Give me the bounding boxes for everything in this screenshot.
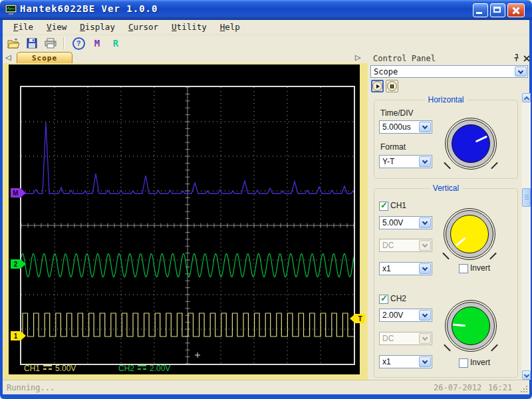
horizontal-group-title: Horizontal: [424, 95, 467, 104]
status-date: 26-07-2012: [434, 383, 481, 392]
format-value: Y-T: [380, 157, 418, 166]
knob-face: [450, 215, 489, 253]
status-time: 16:21: [488, 383, 512, 392]
ch1-invert-checkbox[interactable]: [459, 264, 468, 273]
trigger-level-marker[interactable]: T: [355, 314, 365, 323]
math-fft-button[interactable]: M: [89, 36, 105, 51]
chevron-down-icon: [419, 356, 431, 367]
panel-scrollbar[interactable]: [522, 93, 531, 380]
panel-mode-select[interactable]: Scope: [370, 65, 528, 78]
menu-display[interactable]: Display: [73, 20, 122, 35]
open-folder-icon: [7, 39, 20, 49]
menu-file[interactable]: File: [7, 20, 40, 35]
control-panel: Control Panel Scope Horizontal Time/DIV …: [370, 52, 529, 380]
ch2-readout-value: 2.00V: [150, 364, 170, 373]
ch2-invert-label: Invert: [470, 358, 490, 367]
scroll-down-icon[interactable]: [522, 370, 531, 380]
pause-icon: [387, 81, 397, 91]
tab-scope[interactable]: Scope: [17, 52, 72, 64]
timediv-value: 5.000us: [380, 122, 418, 132]
menu-bar: File View Display Cursor Utility Help: [3, 20, 529, 35]
window-border-bottom: [0, 394, 532, 399]
menu-utility[interactable]: Utility: [165, 20, 213, 35]
math-icon: M: [94, 38, 100, 49]
scroll-up-icon[interactable]: [522, 93, 531, 102]
ch2-readout-label: CH2: [118, 364, 134, 373]
ch1-volts-select[interactable]: 5.00V: [379, 216, 432, 229]
ch1-coupling-value: DC: [380, 241, 418, 250]
timediv-label: Time/DIV: [380, 108, 414, 118]
ch2-checkbox[interactable]: [379, 295, 388, 304]
tab-strip: ◁ Scope ▷: [3, 52, 368, 63]
floppy-icon: [27, 38, 37, 49]
vertical-group-title: Vertical: [430, 184, 462, 193]
ch2-coupling-value: DC: [380, 334, 418, 343]
chevron-down-icon: [419, 263, 431, 274]
scope-display: M 2 1 T CH1 5.00V CH2 2.00V: [9, 65, 360, 374]
ch2-invert-checkbox[interactable]: [459, 358, 468, 368]
ch2-volts-knob[interactable]: [445, 300, 497, 352]
help-icon: ?: [72, 37, 85, 50]
pin-icon[interactable]: [512, 54, 521, 63]
menu-help[interactable]: Help: [213, 20, 247, 35]
ch1-readout-label: CH1: [24, 364, 40, 373]
status-text: Running...: [7, 383, 55, 392]
save-button[interactable]: [24, 36, 40, 51]
maximize-button[interactable]: [490, 3, 505, 17]
close-button[interactable]: [507, 3, 525, 17]
tab-scroll-right-icon[interactable]: ▷: [355, 53, 360, 63]
toolbar: ? M R: [3, 35, 529, 52]
ch1-readout-value: 5.00V: [55, 364, 76, 373]
ch1-probe-select[interactable]: x1: [379, 262, 432, 275]
dc-coupling-icon: [43, 365, 52, 372]
pause-button[interactable]: [386, 80, 398, 92]
knob-ring: [446, 210, 493, 258]
printer-icon: [45, 38, 57, 49]
minimize-button[interactable]: [473, 3, 488, 17]
ref-button[interactable]: R: [108, 36, 124, 51]
ch1-checkbox[interactable]: [379, 201, 388, 211]
chevron-down-icon: [419, 156, 431, 167]
menu-cursor[interactable]: Cursor: [122, 20, 165, 35]
tab-scroll-left-icon[interactable]: ◁: [5, 53, 11, 63]
ch2-probe-select[interactable]: x1: [379, 355, 432, 368]
graticule-frame: [20, 86, 355, 365]
help-button[interactable]: ?: [70, 36, 86, 51]
chevron-down-icon: [419, 240, 431, 251]
ch1-volts-knob[interactable]: [444, 208, 495, 260]
ch1-coupling-select: DC: [379, 239, 432, 252]
menu-view[interactable]: View: [40, 20, 73, 35]
window-title: Hantek6022BE Ver 1.0.0: [20, 3, 158, 14]
ch2-marker[interactable]: 2: [11, 259, 21, 269]
control-panel-caption[interactable]: Control Panel: [371, 53, 528, 64]
timediv-select[interactable]: 5.000us: [379, 120, 432, 134]
ch1-probe-value: x1: [380, 264, 418, 273]
waveform-plot: [21, 87, 354, 364]
open-file-button[interactable]: [5, 36, 21, 51]
ch1-marker[interactable]: 1: [11, 331, 21, 340]
resize-grip[interactable]: [520, 385, 529, 394]
chevron-down-icon: [515, 66, 527, 76]
math-channel-marker[interactable]: M: [11, 188, 21, 198]
chevron-down-icon: [419, 217, 431, 228]
application-window: Hantek6022BE Ver 1.0.0 File View Display…: [0, 0, 532, 399]
start-button[interactable]: [371, 80, 384, 92]
scrollbar-thumb[interactable]: [522, 188, 531, 207]
panel-close-icon[interactable]: [522, 54, 531, 63]
knob-ring: [447, 302, 495, 350]
format-select[interactable]: Y-T: [379, 155, 432, 168]
ch2-volts-select[interactable]: 2.00V: [379, 309, 432, 322]
ch1-label: CH1: [390, 201, 406, 210]
title-bar[interactable]: Hantek6022BE Ver 1.0.0: [0, 0, 532, 20]
play-icon: [372, 81, 382, 91]
dc-coupling-icon: [138, 365, 146, 372]
ch2-volts-value: 2.00V: [380, 311, 418, 320]
ch1-invert-label: Invert: [470, 263, 490, 273]
ch2-coupling-select: DC: [379, 332, 432, 345]
status-bar: Running... 26-07-2012 16:21: [3, 380, 529, 394]
timediv-knob[interactable]: [445, 118, 497, 170]
scope-page: M 2 1 T CH1 5.00V CH2 2.00V: [3, 63, 368, 380]
control-panel-title: Control Panel: [371, 54, 436, 63]
print-button[interactable]: [43, 36, 59, 51]
toolbar-separator: [63, 37, 65, 49]
